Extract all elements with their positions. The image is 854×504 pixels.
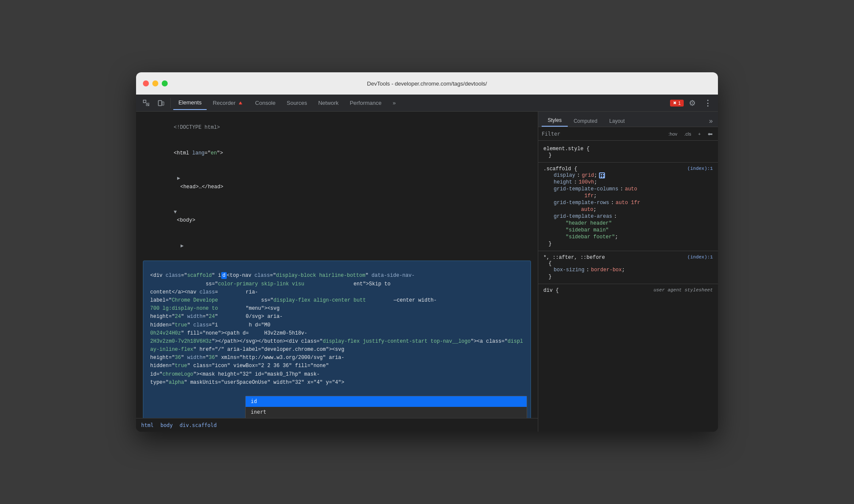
tab-recorder[interactable]: Recorder 🔺 (208, 96, 249, 110)
style-source-2[interactable]: (index):1 (688, 255, 713, 260)
styles-tab-more-icon[interactable]: » (707, 116, 715, 127)
universal-selector: *, ::after, ::before (543, 255, 605, 261)
device-toolbar-icon[interactable] (154, 96, 168, 110)
scaffold-close: } (543, 240, 713, 247)
breadcrumb-div-scaffold[interactable]: div.scaffold (180, 422, 217, 428)
filter-add-button[interactable]: + (697, 130, 703, 137)
autocomplete-item-inert[interactable]: inert (246, 407, 527, 418)
element-html: <div class="scaffold" id<top-nav class="… (147, 263, 527, 396)
svg-rect-1 (158, 101, 162, 106)
dom-content[interactable]: <!DOCTYPE html> <html lang="en"> ▶ <head… (136, 112, 538, 418)
inspect-element-icon[interactable] (139, 96, 153, 110)
error-count: 1 (678, 101, 681, 106)
style-prop-gtc-val: 1fr ; (543, 193, 713, 199)
dom-line-html: <html lang="en"> (136, 141, 538, 166)
style-prop-gtc: grid-template-columns : auto (543, 186, 713, 193)
styles-content[interactable]: element.style { } (index):1 .scaffold { … (538, 141, 718, 432)
dom-line-doctype: <!DOCTYPE html> (136, 115, 538, 141)
style-prop-gtr: grid-template-rows : auto 1fr (543, 199, 713, 206)
tab-styles[interactable]: Styles (542, 115, 568, 127)
selected-element-container: <div class="scaffold" id<top-nav class="… (139, 261, 534, 418)
window-title: DevTools - developer.chrome.com/tags/dev… (367, 80, 487, 87)
autocomplete-dropdown: id inert itemid itemprop itemref itemsco… (245, 396, 527, 418)
style-rule-scaffold: (index):1 .scaffold { display : grid ; h… (538, 164, 718, 249)
style-close: } (543, 152, 713, 159)
minimize-button[interactable] (152, 80, 158, 86)
main-content: <!DOCTYPE html> <html lang="en"> ▶ <head… (136, 112, 718, 432)
style-prop-gta-header: "header header" (543, 220, 713, 227)
style-prop-display: display : grid ; (543, 172, 713, 179)
rule-divider-2 (538, 251, 718, 251)
style-rule-element: element.style { } (538, 144, 718, 160)
svg-rect-2 (162, 102, 164, 105)
svg-rect-0 (143, 100, 146, 103)
tab-sources[interactable]: Sources (282, 96, 312, 110)
settings-icon[interactable]: ⚙ (685, 96, 699, 110)
tab-computed[interactable]: Computed (568, 116, 603, 127)
scaffold-selector: .scaffold { (543, 166, 577, 172)
tab-layout[interactable]: Layout (603, 116, 631, 127)
close-button[interactable] (143, 80, 149, 86)
style-prop-gta: grid-template-areas : (543, 213, 713, 220)
style-prop-gta-footer: "sidebar footer" ; (543, 234, 713, 240)
tab-network[interactable]: Network (313, 96, 344, 110)
maximize-button[interactable] (162, 80, 168, 86)
devtools-toolbar: Elements Recorder 🔺 Console Sources Netw… (136, 95, 718, 112)
error-badge[interactable]: ✖ 1 (670, 100, 684, 107)
style-source-3: user agent stylesheet (653, 288, 713, 293)
traffic-lights (143, 80, 168, 86)
styles-filter-input[interactable] (542, 131, 663, 137)
more-options-icon[interactable]: ⋮ (701, 96, 715, 110)
style-selector: element.style { (543, 146, 590, 152)
style-prop-gta-sidebar: "sidebar main" (543, 227, 713, 234)
dom-line-body: ▼ <body> (136, 200, 538, 234)
style-prop-height: height : 100vh ; (543, 179, 713, 186)
autocomplete-item-id[interactable]: id (246, 396, 527, 407)
tab-elements[interactable]: Elements (173, 96, 207, 110)
filter-cls-button[interactable]: .cls (682, 130, 693, 137)
style-rule-div: user agent stylesheet div { (538, 286, 718, 295)
styles-panel: Styles Computed Layout » :hov .cls + ⬅ (538, 112, 718, 432)
error-icon: ✖ (673, 101, 676, 105)
filter-hov-button[interactable]: :hov (667, 130, 679, 137)
toolbar-divider (170, 98, 171, 108)
dom-line-head[interactable]: ▶ <head>…</head> (136, 166, 538, 200)
style-prop-box-sizing: box-sizing : border-box ; (543, 267, 713, 273)
dom-breadcrumb: html body div.scaffold (136, 418, 538, 432)
toolbar-right: ✖ 1 ⚙ ⋮ (670, 96, 715, 110)
filter-back-icon[interactable]: ⬅ (706, 130, 715, 138)
div-selector: div { (543, 288, 559, 294)
breadcrumb-html[interactable]: html (141, 422, 154, 428)
dom-panel: <!DOCTYPE html> <html lang="en"> ▶ <head… (136, 112, 538, 432)
tab-more[interactable]: » (388, 96, 401, 110)
styles-filter-bar: :hov .cls + ⬅ (538, 127, 718, 141)
style-prop-gtr-val: auto ; (543, 206, 713, 213)
styles-tabs: Styles Computed Layout » (538, 112, 718, 127)
rule-divider-3 (538, 284, 718, 284)
selected-element-box: <div class="scaffold" id<top-nav class="… (143, 261, 531, 418)
rule-divider (538, 162, 718, 163)
universal-close: } (543, 273, 713, 280)
grid-icon[interactable] (599, 172, 605, 178)
devtools-window: DevTools - developer.chrome.com/tags/dev… (136, 72, 718, 432)
dom-line-arrow: ▶ (136, 234, 538, 259)
style-source[interactable]: (index):1 (688, 166, 713, 171)
tab-performance[interactable]: Performance (344, 96, 386, 110)
breadcrumb-body[interactable]: body (160, 422, 173, 428)
title-bar: DevTools - developer.chrome.com/tags/dev… (136, 72, 718, 95)
tab-console[interactable]: Console (250, 96, 281, 110)
style-rule-universal: (index):1 *, ::after, ::before { box-siz… (538, 253, 718, 282)
